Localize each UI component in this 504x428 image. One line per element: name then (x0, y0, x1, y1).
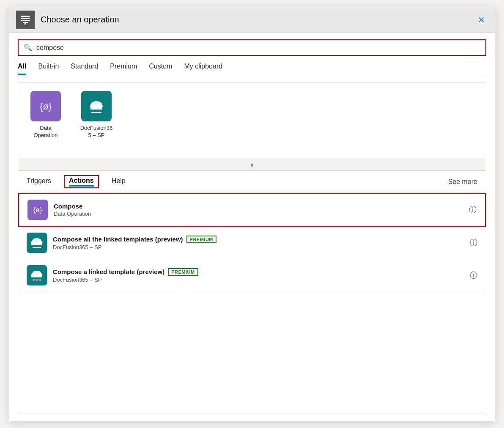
connector-docfusion[interactable]: DocFusion365 – SP (77, 91, 115, 149)
svg-rect-9 (90, 106, 102, 110)
result-item-compose[interactable]: {ø} Compose Data Operation ⓘ (18, 193, 486, 227)
result-subtitle-compose-all: DocFusion365 – SP (53, 244, 470, 250)
docfusion-label: DocFusion365 – SP (80, 125, 113, 139)
info-icon-compose[interactable]: ⓘ (469, 205, 477, 215)
svg-rect-21 (31, 242, 42, 245)
actions-tab-help[interactable]: Help (112, 171, 126, 192)
result-info-compose-linked: Compose a linked template (preview) PREM… (53, 268, 470, 283)
connector-data-operation[interactable]: {ø} DataOperation (27, 91, 65, 149)
svg-rect-32 (31, 275, 42, 277)
header-icon-svg (19, 14, 31, 26)
result-icon-compose-all (27, 233, 47, 253)
result-subtitle-compose-linked: DocFusion365 – SP (53, 277, 470, 283)
result-title-compose-all: Compose all the linked templates (previe… (53, 236, 470, 243)
tab-standard[interactable]: Standard (71, 63, 98, 75)
search-icon: 🔍 (24, 44, 32, 52)
dialog-body: 🔍 All Built-in Standard Premium Custom M… (9, 33, 495, 421)
result-item-compose-all[interactable]: Compose all the linked templates (previe… (18, 227, 486, 259)
premium-badge-1: PREMIUM (186, 236, 216, 243)
info-icon-compose-all[interactable]: ⓘ (470, 238, 477, 248)
actions-active-underline (69, 185, 94, 187)
actions-tab-triggers[interactable]: Triggers (27, 171, 51, 192)
see-more-button[interactable]: See more (448, 178, 477, 186)
close-button[interactable]: ✕ (474, 13, 488, 27)
tab-builtin[interactable]: Built-in (38, 63, 59, 75)
svg-rect-1 (21, 18, 30, 19)
info-icon-compose-linked[interactable]: ⓘ (470, 270, 477, 280)
docfusion-icon (81, 91, 112, 121)
result-title-compose: Compose (54, 203, 469, 210)
collapse-bar[interactable]: ∨ (18, 158, 486, 171)
tab-custom[interactable]: Custom (149, 63, 172, 75)
search-box[interactable]: 🔍 (18, 39, 486, 56)
svg-rect-2 (21, 20, 30, 21)
result-icon-compose-linked (27, 265, 47, 285)
svg-rect-3 (23, 22, 28, 23)
result-info-compose-all: Compose all the linked templates (previe… (53, 236, 470, 250)
results-list: {ø} Compose Data Operation ⓘ (18, 193, 486, 414)
svg-text:{ø}: {ø} (40, 101, 52, 112)
premium-badge-2: PREMIUM (168, 268, 198, 276)
tab-premium[interactable]: Premium (110, 63, 137, 75)
svg-rect-0 (21, 16, 30, 17)
dialog: Choose an operation ✕ 🔍 All Built-in Sta… (9, 7, 495, 421)
result-info-compose: Compose Data Operation (54, 203, 469, 217)
dialog-header-icon (16, 11, 35, 29)
result-item-compose-linked[interactable]: Compose a linked template (preview) PREM… (18, 259, 486, 292)
data-operation-label: DataOperation (33, 125, 58, 139)
connector-area: {ø} DataOperation (18, 82, 486, 158)
svg-text:{ø}: {ø} (33, 206, 42, 214)
result-icon-compose: {ø} (27, 200, 48, 220)
filter-tabs-row: All Built-in Standard Premium Custom My … (18, 63, 486, 75)
actions-tabs-row: Triggers Actions Help See more (18, 171, 486, 193)
svg-rect-4 (25, 23, 26, 25)
dialog-title: Choose an operation (41, 15, 474, 25)
collapse-icon: ∨ (250, 161, 254, 168)
dialog-header: Choose an operation ✕ (9, 7, 495, 33)
search-input[interactable] (36, 44, 480, 52)
actions-tab-actions[interactable]: Actions (64, 175, 99, 188)
tab-myclipboard[interactable]: My clipboard (184, 63, 222, 75)
result-title-compose-linked: Compose a linked template (preview) PREM… (53, 268, 470, 276)
actions-section: Triggers Actions Help See more {ø} (18, 171, 486, 414)
tab-all[interactable]: All (18, 63, 26, 75)
result-subtitle-compose: Data Operation (54, 211, 469, 217)
data-operation-icon: {ø} (30, 91, 61, 121)
